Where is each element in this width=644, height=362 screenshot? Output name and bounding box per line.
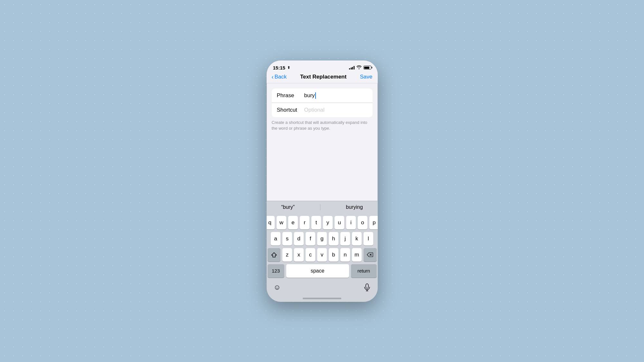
return-key[interactable]: return xyxy=(351,264,377,278)
key-j[interactable]: j xyxy=(340,232,350,246)
svg-rect-0 xyxy=(366,284,368,288)
phone-frame: 15:15 ⬆ ‹ Back xyxy=(267,60,378,302)
key-b[interactable]: b xyxy=(329,248,338,262)
signal-bars-icon xyxy=(349,66,355,70)
key-r[interactable]: r xyxy=(300,216,309,229)
key-w[interactable]: w xyxy=(277,216,286,229)
autocomplete-divider xyxy=(320,204,320,210)
form-section: Phrase bury Shortcut xyxy=(272,88,373,117)
key-n[interactable]: n xyxy=(340,248,350,262)
shortcut-row: Shortcut xyxy=(272,103,373,117)
status-icons xyxy=(349,65,371,70)
time-display: 15:15 xyxy=(273,65,285,70)
status-time: 15:15 ⬆ xyxy=(273,65,290,70)
key-y[interactable]: y xyxy=(323,216,333,229)
keyboard-row-2: a s d f g h j k l xyxy=(268,232,377,246)
shortcut-input[interactable] xyxy=(304,107,373,113)
phrase-label: Phrase xyxy=(277,92,304,99)
key-f[interactable]: f xyxy=(306,232,315,246)
key-k[interactable]: k xyxy=(352,232,362,246)
keyboard: q w e r t y u i o p a s d f g h j k l xyxy=(267,213,378,296)
phrase-row: Phrase bury xyxy=(272,88,373,103)
key-v[interactable]: v xyxy=(317,248,327,262)
phrase-value: bury xyxy=(304,92,316,99)
autocomplete-bar: “bury” burying xyxy=(267,201,378,213)
autocomplete-item-1[interactable]: burying xyxy=(342,204,366,211)
key-i[interactable]: i xyxy=(346,216,356,229)
key-m[interactable]: m xyxy=(352,248,362,262)
key-z[interactable]: z xyxy=(282,248,292,262)
delete-key[interactable] xyxy=(364,248,377,262)
hint-text: Create a shortcut that will automaticall… xyxy=(272,120,373,131)
back-label: Back xyxy=(275,74,287,80)
numbers-key[interactable]: 123 xyxy=(268,264,284,278)
autocomplete-item-0[interactable]: “bury” xyxy=(277,204,298,211)
key-a[interactable]: a xyxy=(271,232,280,246)
keyboard-row-4: 123 space return xyxy=(268,264,377,278)
back-chevron-icon: ‹ xyxy=(272,74,274,80)
wifi-icon xyxy=(356,65,362,70)
save-button[interactable]: Save xyxy=(360,74,373,80)
key-g[interactable]: g xyxy=(317,232,327,246)
key-o[interactable]: o xyxy=(358,216,367,229)
key-s[interactable]: s xyxy=(282,232,292,246)
key-p[interactable]: p xyxy=(369,216,378,229)
key-x[interactable]: x xyxy=(294,248,304,262)
key-u[interactable]: u xyxy=(335,216,344,229)
space-key[interactable]: space xyxy=(286,264,349,278)
text-cursor xyxy=(315,92,316,99)
keyboard-row-3: z x c v b n m xyxy=(268,248,377,262)
emoji-key[interactable]: ☺ xyxy=(270,280,284,294)
back-button[interactable]: ‹ Back xyxy=(272,74,287,80)
shift-key[interactable] xyxy=(268,248,281,262)
location-arrow-icon: ⬆ xyxy=(287,66,290,70)
key-e[interactable]: e xyxy=(288,216,298,229)
content-area: Phrase bury Shortcut Create a shortcut t… xyxy=(267,83,378,201)
keyboard-row-1: q w e r t y u i o p xyxy=(268,216,377,229)
shortcut-label: Shortcut xyxy=(277,107,304,113)
battery-icon xyxy=(364,66,371,70)
home-bar xyxy=(303,298,341,299)
bottom-row: ☺ xyxy=(268,280,377,294)
nav-bar: ‹ Back Text Replacement Save xyxy=(267,72,378,83)
key-q[interactable]: q xyxy=(267,216,275,229)
microphone-key[interactable] xyxy=(360,280,374,294)
page-title: Text Replacement xyxy=(300,74,346,80)
key-l[interactable]: l xyxy=(364,232,373,246)
key-c[interactable]: c xyxy=(306,248,315,262)
key-t[interactable]: t xyxy=(311,216,321,229)
key-d[interactable]: d xyxy=(294,232,304,246)
key-h[interactable]: h xyxy=(329,232,338,246)
home-indicator xyxy=(267,296,378,302)
status-bar: 15:15 ⬆ xyxy=(267,60,378,72)
